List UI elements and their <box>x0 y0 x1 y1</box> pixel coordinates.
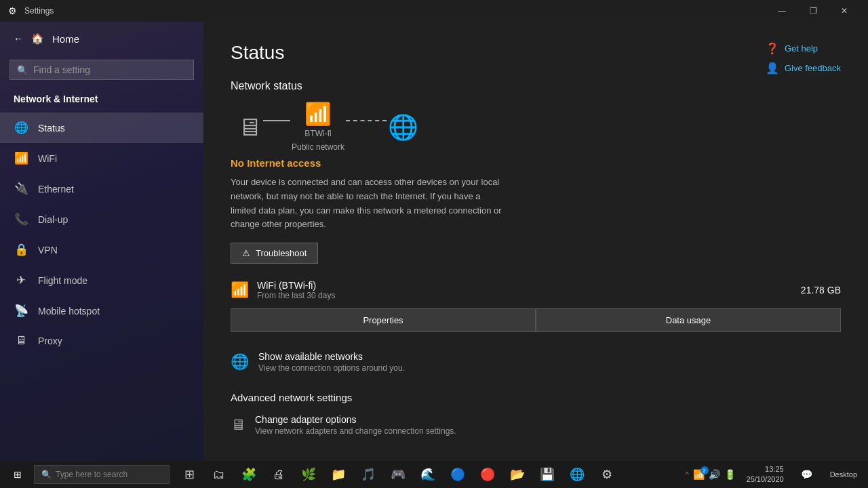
taskbar-search-input[interactable] <box>56 470 157 479</box>
taskbar-app-extra[interactable]: 💾 <box>533 461 561 488</box>
wifi-row-icon: 📶 <box>231 281 249 299</box>
data-usage-button[interactable]: Data usage <box>536 308 841 332</box>
network-line-1 <box>263 120 290 121</box>
taskbar-app-9[interactable]: 🌊 <box>414 461 442 488</box>
taskbar-app-6[interactable]: 📁 <box>324 461 353 488</box>
start-button[interactable]: ⊞ <box>4 464 31 485</box>
proxy-label: Proxy <box>38 336 62 346</box>
notification-button[interactable]: 💬 <box>795 461 819 488</box>
wifi-info: WiFi (BTWi-fi) From the last 30 days <box>257 280 793 300</box>
sidebar-item-wifi[interactable]: 📶 WiFi <box>0 143 203 174</box>
troubleshoot-button[interactable]: ⚠ Troubleshoot <box>231 243 318 264</box>
troubleshoot-label: Troubleshoot <box>256 248 307 258</box>
adapter-title: Change adapter options <box>255 414 456 425</box>
warning-icon: ⚠ <box>242 248 250 258</box>
networks-title: Show available networks <box>258 351 405 362</box>
app-body: ← 🏠 Home 🔍 Network & Internet 🌐 Status 📶… <box>0 22 868 461</box>
advanced-settings-title: Advanced network settings <box>231 392 841 403</box>
taskbar-app-8[interactable]: 🎮 <box>384 461 412 488</box>
globe-icon-group: 🌐 <box>388 115 418 140</box>
titlebar: ⚙ Settings — ❐ ✕ <box>0 0 868 22</box>
status-label: Status <box>38 123 65 134</box>
taskbar-right: ^ 📶2 🔊 🔋 13:25 25/10/2020 💬 Desktop <box>686 461 864 488</box>
home-nav-item[interactable]: ← 🏠 Home <box>0 22 203 56</box>
search-input[interactable] <box>33 64 186 75</box>
close-button[interactable]: ✕ <box>829 0 860 22</box>
properties-button[interactable]: Properties <box>231 308 536 332</box>
sidebar-section-title: Network & Internet <box>0 88 203 113</box>
window-controls: — ❐ ✕ <box>766 0 860 22</box>
taskbar-search-icon: 🔍 <box>41 470 52 479</box>
taskbar-clock[interactable]: 13:25 25/10/2020 <box>740 464 791 485</box>
taskbar-search-box[interactable]: 🔍 <box>34 465 170 484</box>
taskbar-app-5[interactable]: 🌿 <box>294 461 323 488</box>
vpn-icon: 🔒 <box>14 243 28 257</box>
networks-info: Show available networks View the connect… <box>258 351 405 373</box>
tray-wifi-badge[interactable]: 📶2 <box>693 469 705 480</box>
ethernet-label: Ethernet <box>38 184 74 195</box>
no-internet-title: No Internet access <box>231 157 841 169</box>
ethernet-icon: 🔌 <box>14 182 28 196</box>
search-box[interactable]: 🔍 <box>9 60 194 80</box>
proxy-icon: 🖥 <box>14 334 28 348</box>
home-label: Home <box>52 33 79 45</box>
content-area: ❓ Get help 👤 Give feedback Status Networ… <box>203 22 868 461</box>
sidebar-item-proxy[interactable]: 🖥 Proxy <box>0 326 203 356</box>
taskbar-app-chrome[interactable]: 🔴 <box>473 461 502 488</box>
wifi-data-usage: 21.78 GB <box>801 285 841 296</box>
wifi-ap-label: BTWi-fi <box>304 129 331 138</box>
wifi-ap-icon: 📶 <box>304 103 332 125</box>
wifi-label: WiFi <box>38 153 57 164</box>
mobilehotspot-label: Mobile hotspot <box>38 306 100 317</box>
adapter-info: Change adapter options View network adap… <box>255 414 456 436</box>
sidebar-item-status[interactable]: 🌐 Status <box>0 113 203 143</box>
desktop-button[interactable]: Desktop <box>823 470 864 479</box>
window-title: Settings <box>24 6 766 16</box>
give-feedback-link[interactable]: 👤 Give feedback <box>766 62 841 75</box>
adapter-icon: 🖥 <box>231 416 245 434</box>
tray-expand-icon[interactable]: ^ <box>686 471 689 479</box>
change-adapter-row[interactable]: 🖥 Change adapter options View network ad… <box>231 414 841 436</box>
clock-time: 13:25 <box>765 464 784 474</box>
taskbar-app-files[interactable]: 📂 <box>503 461 532 488</box>
tray-battery-icon[interactable]: 🔋 <box>724 469 736 480</box>
tray-volume-icon[interactable]: 🔊 <box>709 469 720 480</box>
home-icon: 🏠 <box>31 33 44 45</box>
globe-icon: 🌐 <box>388 115 418 140</box>
computer-icon: 🖥 <box>237 115 262 140</box>
app-icon: ⚙ <box>8 5 19 16</box>
wifi-action-buttons: Properties Data usage <box>231 308 841 332</box>
sidebar-item-dialup[interactable]: 📞 Dial-up <box>0 204 203 235</box>
network-diagram: 🖥 📶 BTWi-fi Public network 🌐 <box>237 103 841 152</box>
sidebar-item-flightmode[interactable]: ✈ Flight mode <box>0 265 203 296</box>
taskbar-app-3[interactable]: 🧩 <box>235 461 263 488</box>
dialup-icon: 📞 <box>14 212 28 226</box>
taskbar-app-edge[interactable]: 🔵 <box>443 461 472 488</box>
taskbar-app-1[interactable]: ⊞ <box>175 461 203 488</box>
wifi-icon: 📶 <box>14 151 28 165</box>
help-panel: ❓ Get help 👤 Give feedback <box>766 42 841 75</box>
back-icon: ← <box>14 33 23 44</box>
taskbar-app-11[interactable]: 🌐 <box>563 461 591 488</box>
flightmode-label: Flight mode <box>38 275 87 286</box>
sidebar-item-vpn[interactable]: 🔒 VPN <box>0 235 203 265</box>
dialup-label: Dial-up <box>38 214 68 225</box>
taskbar-app-7[interactable]: 🎵 <box>354 461 382 488</box>
sidebar-item-ethernet[interactable]: 🔌 Ethernet <box>0 174 203 204</box>
taskbar-app-2[interactable]: 🗂 <box>205 461 233 488</box>
maximize-button[interactable]: ❐ <box>797 0 829 22</box>
no-internet-desc: Your device is connected and can access … <box>231 176 502 232</box>
sidebar-item-mobilehotspot[interactable]: 📡 Mobile hotspot <box>0 296 203 326</box>
taskbar-app-settings[interactable]: ⚙ <box>593 461 621 488</box>
wifi-ap-icon-group: 📶 BTWi-fi Public network <box>292 103 344 152</box>
computer-icon-group: 🖥 <box>237 115 262 140</box>
flightmode-icon: ✈ <box>14 273 28 287</box>
page-title: Status <box>231 42 841 64</box>
networks-icon: 🌐 <box>231 353 249 371</box>
taskbar: ⊞ 🔍 ⊞ 🗂 🧩 🖨 🌿 📁 🎵 🎮 🌊 🔵 🔴 📂 💾 🌐 ⚙ ^ 📶2 🔊… <box>0 461 868 488</box>
get-help-link[interactable]: ❓ Get help <box>766 42 841 55</box>
taskbar-app-4[interactable]: 🖨 <box>264 461 293 488</box>
show-networks-row[interactable]: 🌐 Show available networks View the conne… <box>231 351 841 373</box>
minimize-button[interactable]: — <box>766 0 797 22</box>
wifi-usage-row: 📶 WiFi (BTWi-fi) From the last 30 days 2… <box>231 280 841 300</box>
